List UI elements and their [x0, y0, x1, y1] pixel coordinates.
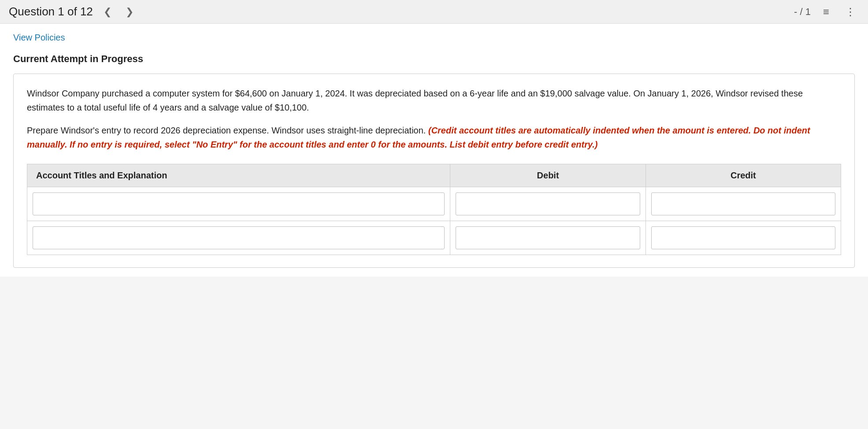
- next-button[interactable]: ❯: [122, 4, 137, 19]
- credit-input-1[interactable]: [651, 226, 835, 249]
- account-input-1[interactable]: [33, 226, 445, 249]
- top-bar: Question 1 of 12 ❮ ❯ - / 1 ≡ ⋮: [0, 0, 868, 24]
- table-header-row: Account Titles and Explanation Debit Cre…: [27, 164, 841, 187]
- more-options-button[interactable]: ⋮: [842, 4, 859, 20]
- credit-input-0[interactable]: [651, 192, 835, 215]
- instruction-black: Prepare Windsor's entry to record 2026 d…: [27, 126, 428, 135]
- score-display: - / 1: [794, 6, 811, 18]
- table-row: [27, 187, 841, 221]
- question-title: Question 1 of 12: [9, 5, 93, 18]
- attempt-heading: Current Attempt in Progress: [13, 53, 855, 65]
- instruction-paragraph: Prepare Windsor's entry to record 2026 d…: [27, 123, 841, 152]
- view-policies-link[interactable]: View Policies: [13, 33, 65, 43]
- prev-button[interactable]: ❮: [100, 4, 115, 19]
- top-bar-right: - / 1 ≡ ⋮: [794, 4, 859, 20]
- col-credit-header: Credit: [645, 164, 841, 187]
- content-area: View Policies Current Attempt in Progres…: [0, 24, 868, 277]
- account-input-0[interactable]: [33, 192, 445, 215]
- journal-table: Account Titles and Explanation Debit Cre…: [27, 164, 841, 255]
- question-box: Windsor Company purchased a computer sys…: [13, 74, 855, 268]
- debit-input-0[interactable]: [456, 192, 640, 215]
- col-account-header: Account Titles and Explanation: [27, 164, 450, 187]
- debit-input-1[interactable]: [456, 226, 640, 249]
- question-paragraph1: Windsor Company purchased a computer sys…: [27, 86, 841, 115]
- top-bar-left: Question 1 of 12 ❮ ❯: [9, 4, 137, 19]
- table-row: [27, 221, 841, 255]
- col-debit-header: Debit: [450, 164, 645, 187]
- list-icon-button[interactable]: ≡: [820, 4, 833, 20]
